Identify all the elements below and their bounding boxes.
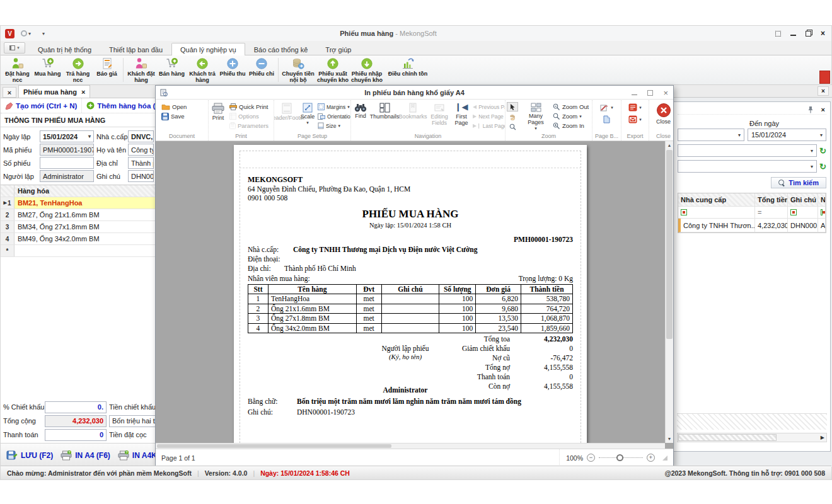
chevron-down-icon[interactable]: ▾ [88, 134, 91, 139]
chevron-down-icon[interactable]: ▾ [28, 31, 31, 37]
scroll-right-arrow-icon[interactable]: ▶ [821, 435, 826, 440]
ribbon-button-chuyen-tien-noi-bo[interactable]: Chuyển tiền nội bộ [280, 55, 316, 84]
ribbon-overflow-red-badge[interactable] [819, 71, 830, 84]
ghi-chu-field[interactable]: DHN0000 [128, 170, 154, 182]
dia-chi-field[interactable]: Thành ph [128, 157, 154, 169]
save-button[interactable]: LƯU (F2) [3, 448, 57, 463]
search-button[interactable]: Tìm kiếm [771, 177, 826, 188]
tab-quan-tri-he-thong[interactable]: Quản trị hệ thống [29, 43, 100, 55]
tab-phieu-mua-hang[interactable]: Phiếu mua hàng × [18, 85, 90, 98]
zoom-in-icon[interactable]: + [647, 454, 655, 462]
chevron-down-icon[interactable]: ▾ [820, 132, 823, 138]
ribbon-button-bao-gia[interactable]: Báo giá [93, 55, 121, 84]
horizontal-scrollbar[interactable] [156, 443, 665, 449]
chevron-down-icon[interactable]: ▾ [811, 148, 813, 154]
hand-tool-button[interactable] [507, 112, 518, 122]
ribbon-button-phieu-xuat-chuyen-kho[interactable]: Phiếu xuất chuyển kho [316, 55, 350, 84]
scrollbar-thumb[interactable] [666, 150, 673, 339]
page-color-button[interactable] [601, 115, 612, 124]
ribbon-button-dat-hang-ncc[interactable]: Đặt hàng ncc [3, 55, 32, 84]
tab-thiet-lap-ban-dau[interactable]: Thiết lập ban đầu [100, 43, 171, 55]
zoom-in-button[interactable]: Zoom In [551, 121, 591, 130]
print-button[interactable]: Print [209, 100, 228, 132]
save-button[interactable]: Save [159, 112, 208, 121]
dialog-minimize-icon[interactable] [632, 94, 637, 95]
table-row[interactable]: 3 BM34, Ống 27x1.8mm BM [1, 221, 156, 233]
filter-icon[interactable] [821, 209, 823, 215]
ribbon-button-dieu-chinh-ton[interactable]: Điều chỉnh tồn [384, 55, 432, 84]
ma-phieu-field[interactable]: PMH00001-190723 [40, 144, 94, 156]
export-pdf-button[interactable]: ▾ [627, 103, 644, 112]
filter-combobox-1[interactable]: ▾ [678, 144, 817, 157]
quick-access-dropdown-icon[interactable]: ▾ [42, 31, 45, 37]
ribbon-button-khach-tra-hang[interactable]: Khách trả hàng [187, 55, 218, 84]
tu-ngay-combobox[interactable]: ▾ [678, 129, 744, 141]
chevron-down-icon[interactable]: ▾ [738, 132, 741, 138]
minimize-icon[interactable] [790, 35, 796, 36]
table-row[interactable]: ▶1 BM21, TenHangHoa [1, 197, 156, 209]
tab-bao-cao-thong-ke[interactable]: Báo cáo thống kê [245, 43, 317, 55]
den-ngay-combobox[interactable]: 15/01/2024▾ [748, 129, 826, 141]
quick-access-circle-icon[interactable] [21, 30, 27, 37]
pin-icon[interactable] [807, 106, 814, 113]
panel-close-icon[interactable]: × [821, 106, 825, 113]
chiet-khau-field[interactable]: 0. [45, 401, 107, 413]
zoom-slider-thumb[interactable] [616, 454, 623, 461]
ribbon-minimize-button[interactable]: ▾ [4, 42, 25, 54]
tab-tro-giup[interactable]: Trợ giúp [316, 43, 360, 55]
magnifier-tool-button[interactable] [507, 122, 518, 132]
ribbon-button-ban-hang[interactable]: Bán hàng [157, 55, 187, 84]
ho-ten-field[interactable]: Công ty T [128, 144, 154, 156]
add-item-button[interactable]: Thêm hàng hóa (F10) [82, 98, 156, 113]
tab-close-icon[interactable]: × [81, 88, 85, 96]
vertical-scrollbar[interactable]: ▲ ▼ [665, 141, 673, 443]
print-a4kcn-button[interactable]: ? IN A4KCN [114, 448, 156, 463]
table-new-row[interactable]: * [1, 245, 156, 257]
thanh-toan-field[interactable]: 0 [45, 429, 107, 441]
zoom-slider[interactable] [599, 457, 643, 458]
dialog-title-bar[interactable]: In phiếu bán hàng khổ giấy A4 × [156, 86, 673, 100]
zoom-dropdown-button[interactable]: Zoom▾ [551, 112, 591, 121]
results-grid-header[interactable]: Nhà cung cấp Tổng tiền Ghi chú Người [678, 193, 826, 207]
scroll-up-arrow-icon[interactable]: ▲ [666, 141, 673, 149]
panel-close-button[interactable]: × [818, 86, 829, 96]
table-row[interactable]: 2 BM27, Ống 21x1.6mm BM [1, 209, 156, 221]
app-logo-icon[interactable]: V [5, 29, 14, 38]
ribbon-button-phieu-nhap-chuyen-kho[interactable]: Phiếu nhập chuyển kho [350, 55, 384, 84]
table-row[interactable]: Công ty TNHH Thươn... 4,232,030 DHN000..… [678, 219, 826, 232]
print-a4-button[interactable]: ? IN A4 (F6) [57, 448, 114, 463]
orientation-button[interactable]: Orientation▾ [316, 112, 351, 121]
filter-combobox-2[interactable]: ▾ [678, 160, 817, 173]
watermark-button[interactable]: ▾ [598, 103, 615, 112]
resize-grip[interactable] [662, 455, 667, 461]
quick-print-button[interactable]: Quick Print [228, 102, 273, 112]
tab-list-close-button[interactable]: × [3, 87, 16, 98]
dialog-maximize-icon[interactable] [647, 90, 653, 96]
ribbon-button-phieu-chi[interactable]: Phiếu chi [247, 55, 276, 84]
ribbon-button-khach-dat-hang[interactable]: Khách đặt hàng [125, 55, 157, 84]
zoom-out-icon[interactable]: − [587, 454, 595, 462]
close-preview-button[interactable]: Close [656, 100, 671, 132]
chevron-down-icon[interactable]: ▾ [811, 164, 813, 169]
preview-document-area[interactable]: MEKONGSOFT 64 Nguyễn Đình Chiểu, Phường … [156, 141, 673, 449]
results-grid-filter-row[interactable]: = [678, 207, 826, 219]
margins-button[interactable]: Margins▾ [316, 102, 351, 112]
refresh-icon[interactable]: ↻ [819, 163, 826, 171]
thumbnails-button[interactable]: Thumbnails [370, 100, 399, 132]
scrollbar-thumb[interactable] [678, 434, 777, 441]
pointer-tool-button[interactable] [507, 102, 518, 112]
scale-button[interactable]: Scale ▾ [299, 100, 316, 132]
so-phieu-field[interactable] [40, 157, 94, 169]
scroll-down-arrow-icon[interactable]: ▼ [666, 435, 673, 443]
tong-cong-field[interactable]: 4,232,030 [45, 415, 107, 427]
create-new-button[interactable]: Tạo mới (Ctrl + N) [1, 98, 82, 113]
first-page-button[interactable]: ❙◀ First Page [452, 100, 471, 132]
nha-cc-combobox[interactable]: DNVC, C [128, 130, 154, 142]
many-pages-button[interactable]: Many Pages ▾ [521, 100, 551, 132]
send-pdf-button[interactable]: ▾ [627, 115, 644, 124]
items-grid-header[interactable]: Hàng hóa [1, 185, 156, 197]
open-button[interactable]: Open [159, 102, 208, 112]
ribbon-button-mua-hang[interactable]: Mua hàng [32, 55, 63, 84]
ribbon-button-tra-hang-ncc[interactable]: Trả hàng ncc [63, 55, 93, 84]
filter-icon[interactable] [681, 209, 687, 215]
